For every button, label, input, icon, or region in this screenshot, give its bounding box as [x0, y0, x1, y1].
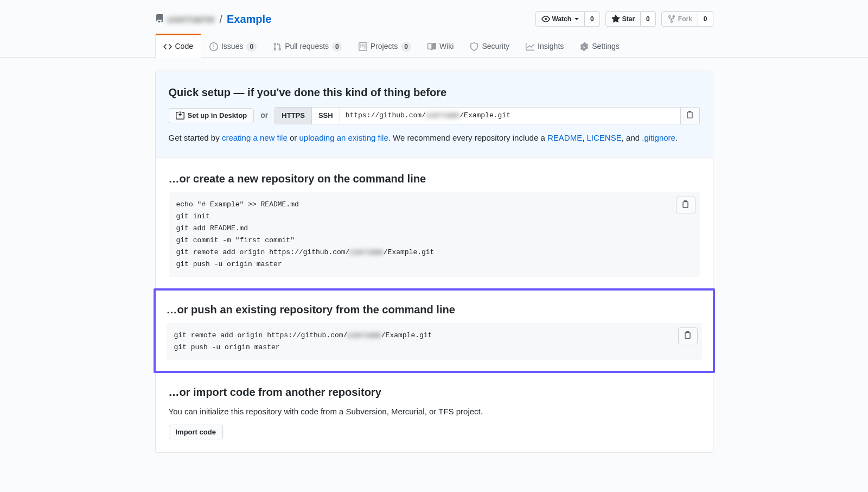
gear-icon — [580, 42, 589, 51]
import-title: …or import code from another repository — [169, 384, 700, 400]
eye-icon — [541, 15, 550, 23]
desktop-download-icon — [176, 111, 184, 120]
pull-request-icon — [273, 42, 282, 51]
star-icon — [611, 15, 620, 23]
watch-button[interactable]: Watch — [535, 11, 585, 27]
create-repo-section: …or create a new repository on the comma… — [156, 157, 713, 291]
copy-push-button[interactable] — [678, 327, 698, 344]
create-repo-code[interactable]: echo "# Example" >> README.md git init g… — [169, 192, 700, 277]
repo-breadcrumb: username / Example — [155, 11, 272, 27]
repo-icon — [155, 11, 164, 27]
tab-issues[interactable]: Issues 0 — [201, 34, 265, 58]
owner-link[interactable]: username — [167, 11, 215, 27]
setup-desktop-button[interactable]: Set up in Desktop — [169, 108, 254, 123]
clipboard-icon — [681, 200, 690, 209]
pulls-count: 0 — [332, 42, 342, 52]
create-file-link[interactable]: creating a new file — [222, 133, 288, 142]
quick-setup-help: Get started by creating a new file or up… — [169, 132, 700, 144]
issues-count: 0 — [246, 42, 257, 52]
tab-security[interactable]: Security — [462, 34, 518, 58]
star-button[interactable]: Star — [605, 11, 641, 27]
code-icon — [163, 42, 172, 51]
tab-code[interactable]: Code — [155, 34, 201, 58]
fork-count[interactable]: 0 — [698, 11, 713, 27]
breadcrumb-separator: / — [219, 11, 222, 27]
tab-pulls[interactable]: Pull requests 0 — [265, 34, 350, 58]
gitignore-link[interactable]: .gitignore — [642, 133, 675, 142]
book-icon — [427, 42, 436, 51]
https-toggle[interactable]: HTTPS — [275, 107, 312, 124]
quick-setup-panel: Quick setup — if you've done this kind o… — [156, 71, 713, 157]
copy-url-button[interactable] — [681, 107, 700, 124]
or-text: or — [260, 110, 268, 121]
repo-link[interactable]: Example — [227, 11, 271, 27]
create-repo-title: …or create a new repository on the comma… — [169, 171, 700, 187]
upload-file-link[interactable]: uploading an existing file — [299, 133, 388, 142]
push-repo-title: …or push an existing repository from the… — [167, 301, 702, 318]
license-link[interactable]: LICENSE — [587, 133, 622, 142]
graph-icon — [526, 42, 534, 51]
issue-icon — [209, 42, 218, 51]
push-repo-code[interactable]: git remote add origin https://github.com… — [167, 323, 702, 360]
caret-down-icon — [575, 18, 579, 20]
projects-count: 0 — [401, 42, 411, 52]
tab-insights[interactable]: Insights — [518, 34, 572, 58]
import-section: …or import code from another repository … — [156, 371, 713, 452]
fork-button[interactable]: Fork — [661, 11, 698, 27]
tab-wiki[interactable]: Wiki — [419, 34, 462, 58]
watch-count[interactable]: 0 — [585, 11, 600, 27]
project-icon — [359, 42, 367, 51]
import-desc: You can initialize this repository with … — [169, 406, 700, 418]
import-code-button[interactable]: Import code — [169, 425, 223, 439]
ssh-toggle[interactable]: SSH — [312, 107, 340, 124]
clipboard-icon — [684, 331, 692, 339]
copy-create-button[interactable] — [676, 197, 695, 213]
star-count[interactable]: 0 — [641, 11, 656, 27]
quick-setup-title: Quick setup — if you've done this kind o… — [169, 84, 700, 100]
push-repo-section: …or push an existing repository from the… — [154, 288, 715, 373]
tab-settings[interactable]: Settings — [572, 34, 628, 58]
fork-icon — [667, 15, 676, 23]
readme-link[interactable]: README — [547, 133, 582, 142]
shield-icon — [470, 42, 478, 51]
clipboard-icon — [686, 110, 694, 119]
tab-projects[interactable]: Projects 0 — [350, 34, 419, 58]
clone-url-input[interactable]: https://github.com/username/Example.git — [340, 107, 681, 124]
